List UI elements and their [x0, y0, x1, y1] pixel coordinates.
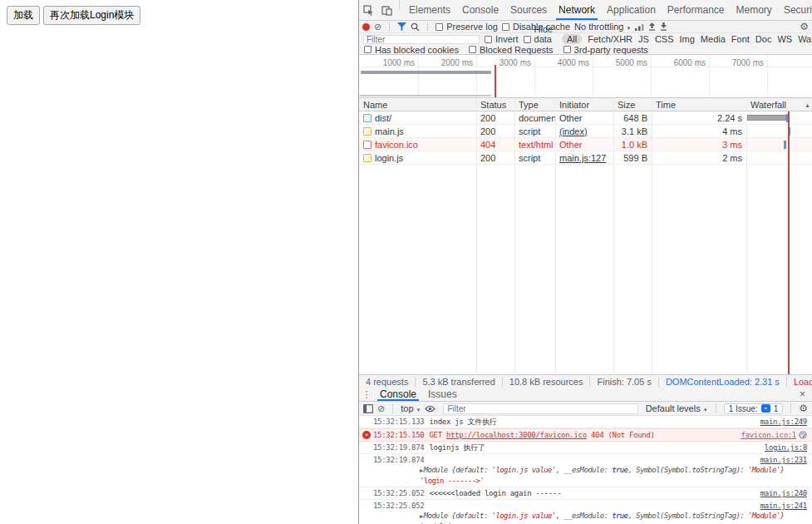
tab-performance[interactable]: Performance: [662, 0, 731, 20]
device-toolbar-icon[interactable]: [377, 0, 396, 20]
failed-url-link[interactable]: http://localhost:3000/favicon.ico: [446, 431, 587, 439]
console-error-message[interactable]: ✕ favicon.ico:1 15:32:15.150GET http://l…: [359, 428, 812, 442]
network-toolbar: ⊘ Preserve log Disable cache No throttli…: [359, 21, 812, 33]
source-link[interactable]: main.js:249: [760, 417, 807, 427]
console-settings-gear-icon[interactable]: ⚙: [799, 403, 808, 414]
tab-application[interactable]: Application: [601, 0, 662, 20]
export-har-icon[interactable]: [660, 22, 667, 31]
console-object-message[interactable]: main.js:241 15:32:25.052 ▶Module {defaul…: [359, 500, 812, 524]
checkbox-icon: [469, 46, 476, 53]
error-method: GET: [429, 431, 445, 439]
column-divider[interactable]: [476, 98, 477, 374]
network-filter-input[interactable]: [363, 35, 480, 44]
column-divider[interactable]: [514, 98, 515, 374]
live-expression-eye-icon[interactable]: [425, 405, 436, 413]
console-object-message[interactable]: main.js:231 15:32:19.874 ▶Module {defaul…: [359, 454, 812, 487]
third-party-label: 3rd-party requests: [574, 45, 648, 55]
column-header-status: Status: [476, 100, 514, 110]
column-divider[interactable]: [746, 98, 747, 374]
pill-media[interactable]: Media: [701, 34, 726, 44]
column-divider[interactable]: [555, 98, 556, 374]
pill-js[interactable]: JS: [638, 34, 649, 44]
source-link[interactable]: main.js:231: [760, 455, 807, 465]
network-conditions-icon[interactable]: [635, 23, 644, 31]
request-type: text/html: [514, 140, 555, 150]
import-har-icon[interactable]: [648, 22, 656, 31]
source-link[interactable]: main.js:240: [760, 488, 807, 498]
pill-ws[interactable]: WS: [777, 34, 792, 44]
drawer-menu-icon[interactable]: ⋮: [359, 388, 374, 401]
tab-sources[interactable]: Sources: [504, 0, 553, 20]
expand-caret-icon[interactable]: ▶: [420, 513, 423, 520]
blocked-requests-checkbox[interactable]: Blocked Requests: [469, 45, 554, 55]
request-time: 3 ms: [652, 140, 746, 150]
column-header-size: Size: [613, 100, 652, 110]
tab-security[interactable]: Security: [778, 0, 812, 20]
clear-console-icon[interactable]: ⊘: [377, 403, 385, 414]
transferred-size: 5.3 kB transferred: [416, 377, 502, 387]
network-settings-gear-icon[interactable]: ⚙: [800, 21, 809, 32]
blocked-cookies-checkbox[interactable]: Has blocked cookies: [364, 45, 459, 55]
pill-font[interactable]: Font: [731, 34, 750, 44]
log-levels-dropdown[interactable]: Default levels▼: [646, 403, 708, 413]
table-row-dist[interactable]: dist/ 200 document Other 648 B 2.24 s: [359, 111, 812, 125]
table-row-loginjs[interactable]: login.js 200 script main.js:127 599 B 2 …: [359, 151, 812, 165]
issue-badge-icon: ▪: [761, 404, 770, 413]
tab-console[interactable]: Console: [456, 0, 504, 20]
load-button[interactable]: 加载: [7, 6, 40, 25]
reload-login-module-button[interactable]: 再次加载Login模块: [43, 6, 140, 25]
tab-network[interactable]: Network: [553, 0, 601, 20]
close-drawer-icon[interactable]: ×: [793, 388, 812, 401]
initiator-link[interactable]: main.js:127: [555, 153, 613, 163]
pill-doc[interactable]: Doc: [755, 34, 772, 44]
pill-img[interactable]: Img: [680, 34, 695, 44]
load-event-line: [788, 111, 790, 374]
console-message[interactable]: login.js:8 15:32:19.874loginjs 执行了: [359, 442, 812, 454]
network-overview-timeline[interactable]: 1000 ms 2000 ms 3000 ms 4000 ms 5000 ms …: [359, 55, 812, 98]
table-row-favicon[interactable]: favicon.ico 404 text/html Other 1.0 kB 3…: [359, 138, 812, 151]
expand-caret-icon[interactable]: ▶: [420, 467, 423, 474]
pill-all[interactable]: All: [562, 34, 582, 44]
context-selector[interactable]: top▼: [401, 403, 421, 413]
source-link[interactable]: favicon.ico:1: [741, 431, 796, 439]
console-message[interactable]: main.js:240 15:32:25.052<<<<<<loaded log…: [359, 487, 812, 500]
invert-checkbox[interactable]: Invert: [485, 34, 519, 44]
issues-counter-button[interactable]: 1 Issue: ▪ 1: [724, 403, 784, 414]
source-link[interactable]: main.js:241: [760, 501, 807, 511]
initiator-link[interactable]: (index): [555, 126, 613, 136]
third-party-requests-checkbox[interactable]: 3rd-party requests: [563, 45, 648, 55]
record-network-log-icon[interactable]: [362, 23, 370, 31]
table-row-mainjs[interactable]: main.js 200 script (index) 3.1 kB 4 ms: [359, 125, 812, 138]
table-header-row[interactable]: Name Status Type Initiator Size Time Wat…: [359, 98, 812, 111]
object-preview[interactable]: ▶Module {default: 'login.js value', __es…: [420, 511, 805, 524]
throttling-dropdown[interactable]: No throttling▼: [574, 22, 631, 32]
pill-fetch-xhr[interactable]: Fetch/XHR: [588, 34, 632, 44]
devtools-panel: Elements Console Sources Network Applica…: [358, 0, 812, 524]
pill-css[interactable]: CSS: [655, 34, 674, 44]
inspect-element-icon[interactable]: [359, 0, 377, 20]
source-link[interactable]: login.js:8: [765, 442, 807, 452]
filter-funnel-icon[interactable]: [397, 22, 406, 31]
sort-ascending-icon[interactable]: ▲: [805, 102, 810, 108]
drawer-tab-issues[interactable]: Issues: [422, 388, 463, 401]
console-sidebar-icon[interactable]: [363, 404, 373, 413]
search-icon[interactable]: [411, 22, 420, 32]
checkbox-icon: [436, 23, 443, 31]
tab-memory[interactable]: Memory: [731, 0, 778, 20]
column-divider[interactable]: [613, 98, 614, 374]
column-divider[interactable]: [652, 98, 652, 374]
pill-wasm[interactable]: Wasm: [798, 34, 812, 44]
checkbox-icon: [485, 36, 492, 43]
preserve-log-checkbox[interactable]: Preserve log: [436, 22, 498, 32]
tab-elements[interactable]: Elements: [403, 0, 456, 20]
console-message[interactable]: main.js:249 15:32:15.133index js 文件执行: [359, 416, 812, 428]
request-initiator: Other: [555, 113, 613, 123]
divider: [399, 0, 400, 10]
object-preview[interactable]: ▶Module {default: 'login.js value', __es…: [420, 465, 805, 486]
console-filter-input[interactable]: [443, 403, 637, 414]
related-issue-icon[interactable]: [799, 431, 807, 439]
drawer-tab-console[interactable]: Console: [374, 388, 422, 401]
checkbox-icon: [502, 23, 509, 31]
clear-network-log-icon[interactable]: ⊘: [374, 22, 381, 32]
invert-label: Invert: [495, 34, 519, 44]
